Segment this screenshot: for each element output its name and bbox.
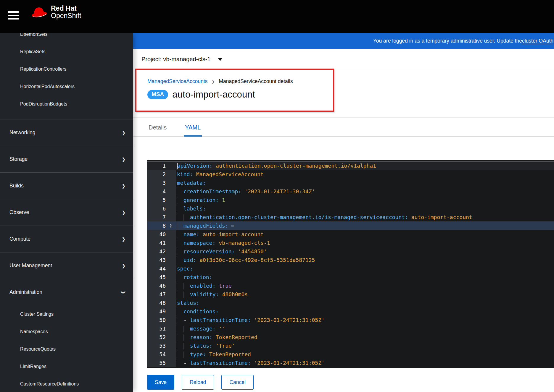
sidebar-group-label: Storage [9,156,28,162]
line-number: 50 [147,316,166,324]
chevron-down-icon: ❯ [121,290,126,294]
yaml-line[interactable]: 2kind: ManagedServiceAccount [147,170,554,179]
yaml-line[interactable]: 7authentication.open-cluster-management.… [147,213,554,221]
yaml-line[interactable]: 51message: '' [147,324,554,333]
line-number: 53 [147,341,166,350]
yaml-line[interactable]: 41namespace: vb-managed-cls-1 [147,239,554,247]
sidebar-item-resourcequotas[interactable]: ResourceQuotas [0,340,133,358]
fold-area [166,316,176,324]
sidebar-item-namespaces[interactable]: Namespaces [0,323,133,340]
chevron-right-icon: ❯ [122,237,125,242]
line-number: 49 [147,307,166,316]
sidebar-group-builds[interactable]: Builds❯ [0,172,133,199]
line-number: 54 [147,350,166,359]
fold-toggle-icon[interactable]: ❯ [166,221,176,230]
indent-guide [183,214,190,221]
yaml-line[interactable]: 50- lastTransitionTime: '2023-01-24T21:3… [147,316,554,324]
breadcrumb-chevron-icon: ❯ [212,80,215,84]
sidebar-item-cluster-settings[interactable]: Cluster Settings [0,305,133,323]
sidebar-item-poddisruptionbudgets[interactable]: PodDisruptionBudgets [0,95,133,113]
yaml-line[interactable]: 8❯managedFields:⋯ [147,221,554,230]
yaml-value: '2023-01-24T21:31:05Z' [254,360,324,366]
sidebar-item-horizontalpodautoscalers[interactable]: HorizontalPodAutoscalers [0,78,133,95]
breadcrumb-current: ManagedServiceAccount details [219,78,293,85]
indent-guide [177,206,183,212]
yaml-line[interactable]: 47validity: 480h0m0s [147,290,554,299]
yaml-line[interactable]: 48status: [147,299,554,307]
sidebar-group-storage[interactable]: Storage❯ [0,146,133,172]
line-number: 3 [147,179,166,187]
cancel-button[interactable]: Cancel [221,375,253,390]
yaml-value: auto-import-account [411,214,472,220]
brand-line-redhat: Red Hat [51,5,81,12]
cluster-oauth-link[interactable]: cluster OAuth [522,38,553,44]
line-number: 41 [147,239,166,247]
folded-ellipsis-icon[interactable]: ⋯ [231,223,234,229]
tab-details[interactable]: Details [147,124,168,136]
yaml-line-content: - lastTransitionTime: '2023-01-24T21:31:… [176,359,554,367]
yaml-line[interactable]: 44spec: [147,264,554,273]
yaml-line[interactable]: 40name: auto-import-account [147,230,554,239]
yaml-key: authentication.open-cluster-management.i… [190,214,408,220]
yaml-key: status: [190,343,212,349]
yaml-line[interactable]: 49conditions: [147,307,554,316]
sidebar-group-compute[interactable]: Compute❯ [0,226,133,252]
yaml-editor[interactable]: 1apiVersion: authentication.open-cluster… [147,160,554,368]
banner-text: You are logged in as a temporary adminis… [373,38,522,44]
yaml-line[interactable]: 6labels: [147,204,554,213]
indent-guide [177,223,183,229]
yaml-line[interactable]: 4creationTimestamp: '2023-01-24T21:30:34… [147,187,554,196]
sidebar-item-replicasets[interactable]: ReplicaSets [0,43,133,60]
sidebar-group-label: Builds [9,183,24,189]
temp-admin-banner: You are logged in as a temporary adminis… [133,33,554,49]
yaml-key: name: [183,231,199,237]
yaml-line[interactable]: 53status: 'True' [147,341,554,350]
yaml-value: 'True' [216,343,235,349]
fold-area [166,230,176,239]
chevron-right-icon: ❯ [122,210,125,215]
page-header-section: ManagedServiceAccounts ❯ ManagedServiceA… [133,70,554,118]
yaml-line[interactable]: 45rotation: [147,273,554,281]
breadcrumb-link-managedserviceaccounts[interactable]: ManagedServiceAccounts [147,78,207,85]
yaml-line-content: status: [176,299,554,307]
reload-button[interactable]: Reload [182,375,214,390]
yaml-value: '' [219,325,226,332]
yaml-key: message: [190,325,216,332]
indent-guide [177,309,183,315]
sidebar-group-observe[interactable]: Observe❯ [0,199,133,226]
tab-yaml[interactable]: YAML [184,124,202,136]
sidebar-group-label: Observe [9,209,29,216]
yaml-line[interactable]: 42resourceVersion: '4454850' [147,247,554,256]
yaml-line[interactable]: 43uid: a0f3d30c-06cc-492e-8cf5-5351da587… [147,256,554,264]
page-title: auto-import-account [172,89,255,100]
line-number: 6 [147,204,166,213]
yaml-line-content: kind: ManagedServiceAccount [176,170,554,179]
line-number: 8 [147,221,166,230]
sidebar-item-limitranges[interactable]: LimitRanges [0,358,133,375]
yaml-line[interactable]: 54type: TokenReported [147,350,554,359]
yaml-line[interactable]: 3metadata: [147,179,554,187]
yaml-line[interactable]: 55- lastTransitionTime: '2023-01-24T21:3… [147,359,554,367]
sidebar-group-user-management[interactable]: User Management❯ [0,252,133,279]
yaml-line[interactable]: 5generation: 1 [147,196,554,204]
sidebar-item-customresourcedefinitions[interactable]: CustomResourceDefinitions [0,375,133,392]
line-number: 7 [147,213,166,221]
yaml-line-content: managedFields:⋯ [176,221,554,230]
yaml-line-content: rotation: [176,273,554,281]
yaml-line[interactable]: 1apiVersion: authentication.open-cluster… [147,161,554,170]
indent-guide [177,351,183,358]
chevron-right-icon: ❯ [122,130,125,135]
editor-actions: Save Reload Cancel [147,375,254,390]
yaml-line[interactable]: 52reason: TokenReported [147,333,554,341]
project-selector[interactable]: Project: vb-managed-cls-1 [141,56,222,63]
menu-toggle-button[interactable] [8,11,19,20]
yaml-line[interactable]: 46enabled: true [147,281,554,290]
yaml-key: apiVersion: [177,163,212,169]
yaml-key: uid: [183,257,196,263]
sidebar-group-networking[interactable]: Networking❯ [0,119,133,146]
sidebar-item-replicationcontrollers[interactable]: ReplicationControllers [0,60,133,78]
save-button[interactable]: Save [147,375,174,390]
sidebar-item-daemonsets[interactable]: DaemonSets [0,33,133,43]
sidebar-spacer [0,113,133,119]
sidebar-group-administration[interactable]: Administration❯ [0,279,133,305]
